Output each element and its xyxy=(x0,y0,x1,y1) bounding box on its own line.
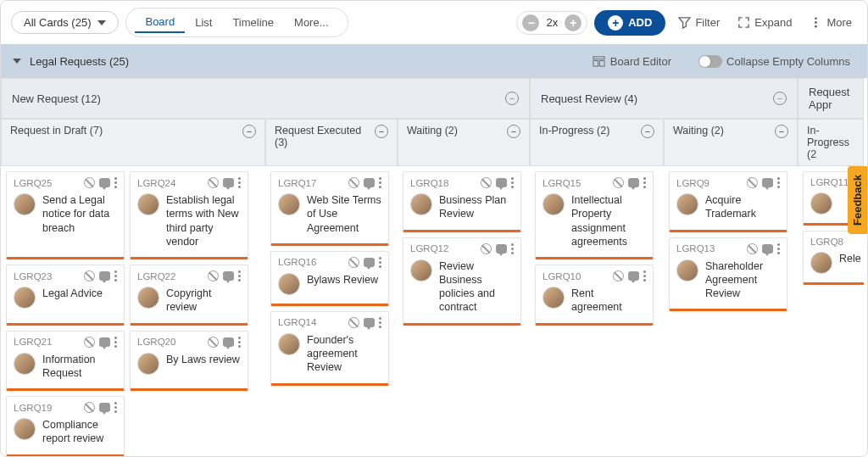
filter-dropdown[interactable]: All Cards (25) xyxy=(11,11,119,34)
card-menu-icon[interactable] xyxy=(379,317,381,328)
column-header[interactable]: In-Progress (2) − xyxy=(530,119,664,166)
comment-icon[interactable] xyxy=(364,178,375,187)
card[interactable]: LGRQ8 Rele safet xyxy=(803,231,864,285)
block-icon[interactable] xyxy=(208,270,219,281)
block-icon[interactable] xyxy=(208,337,219,348)
card[interactable]: LGRQ22 Copyright review xyxy=(130,265,248,326)
comment-icon[interactable] xyxy=(628,271,639,281)
card-menu-icon[interactable] xyxy=(511,243,514,254)
block-icon[interactable] xyxy=(348,317,359,328)
card[interactable]: LGRQ14 Founder's agreement Review xyxy=(270,311,389,386)
zoom-in-button[interactable]: + xyxy=(565,14,581,31)
filter-button[interactable]: Filter xyxy=(672,13,725,33)
tab-list[interactable]: List xyxy=(185,13,222,32)
collapse-column-icon[interactable]: − xyxy=(641,125,654,138)
board-editor-icon xyxy=(593,54,606,68)
card-menu-icon[interactable] xyxy=(777,243,780,254)
expand-button[interactable]: Expand xyxy=(732,13,797,33)
block-icon[interactable] xyxy=(208,177,219,188)
comment-icon[interactable] xyxy=(496,244,507,254)
comment-icon[interactable] xyxy=(628,178,639,187)
column-header[interactable]: Request Executed (3) − xyxy=(265,119,398,166)
block-icon[interactable] xyxy=(348,257,359,268)
comment-icon[interactable] xyxy=(99,337,110,347)
block-icon[interactable] xyxy=(613,270,624,281)
block-icon[interactable] xyxy=(348,177,359,188)
block-icon[interactable] xyxy=(84,402,95,413)
card[interactable]: LGRQ21 Information Request xyxy=(6,331,125,392)
card[interactable]: LGRQ24 Establish legal terms with New th… xyxy=(130,171,248,259)
parent-column[interactable]: New Request (12) − xyxy=(1,78,530,119)
card-menu-icon[interactable] xyxy=(777,177,780,188)
collapse-column-icon[interactable]: − xyxy=(242,125,256,138)
card-menu-icon[interactable] xyxy=(238,270,241,281)
parent-column[interactable]: Request Appr xyxy=(798,78,864,119)
card[interactable]: LGRQ12 Review Business policies and cont… xyxy=(403,237,521,326)
more-button[interactable]: More xyxy=(804,13,857,33)
comment-icon[interactable] xyxy=(223,271,234,281)
comment-icon[interactable] xyxy=(762,178,773,187)
collapse-column-icon[interactable]: − xyxy=(375,125,388,138)
cards-column: LGRQ17 Web Site Terms of Use Agreement L… xyxy=(265,166,398,391)
block-icon[interactable] xyxy=(747,243,758,254)
card[interactable]: LGRQ15 Intellectual Property assignment … xyxy=(535,171,654,259)
parent-column-label: Request Review (4) xyxy=(541,92,637,105)
collapse-column-icon[interactable]: − xyxy=(507,125,520,138)
collapse-empty-toggle[interactable]: Collapse Empty Columns xyxy=(693,52,855,71)
card[interactable]: LGRQ9 Acquire Trademark xyxy=(669,171,787,232)
block-icon[interactable] xyxy=(84,177,95,188)
card-menu-icon[interactable] xyxy=(114,177,117,188)
comment-icon[interactable] xyxy=(99,271,110,281)
block-icon[interactable] xyxy=(613,177,624,188)
card[interactable]: LGRQ13 Shareholder Agreement Review xyxy=(669,237,787,312)
collapse-column-icon[interactable]: − xyxy=(773,92,787,106)
card-menu-icon[interactable] xyxy=(238,177,241,188)
column-header[interactable]: Request in Draft (7) − xyxy=(1,119,265,166)
card-menu-icon[interactable] xyxy=(114,270,117,281)
card[interactable]: LGRQ10 Rent agreement xyxy=(535,265,654,326)
column-header[interactable]: In-Progress (2 xyxy=(798,119,864,166)
block-icon[interactable] xyxy=(84,270,95,281)
card[interactable]: LGRQ19 Compliance report review xyxy=(6,396,125,457)
comment-icon[interactable] xyxy=(364,258,375,267)
card-menu-icon[interactable] xyxy=(379,257,381,268)
block-icon[interactable] xyxy=(84,337,95,348)
parent-column[interactable]: Request Review (4) − xyxy=(530,78,798,119)
block-icon[interactable] xyxy=(481,243,492,254)
card-menu-icon[interactable] xyxy=(379,177,381,188)
comment-icon[interactable] xyxy=(762,244,773,254)
tab-timeline[interactable]: Timeline xyxy=(222,13,284,32)
zoom-out-button[interactable]: − xyxy=(522,14,539,31)
card[interactable]: LGRQ17 Web Site Terms of Use Agreement xyxy=(270,171,389,246)
add-button[interactable]: + ADD xyxy=(594,10,665,36)
comment-icon[interactable] xyxy=(364,318,375,327)
card[interactable]: LGRQ23 Legal Advice xyxy=(6,265,125,326)
card-title: Founder's agreement Review xyxy=(307,333,381,375)
comment-icon[interactable] xyxy=(99,178,110,187)
block-icon[interactable] xyxy=(481,177,492,188)
tab-more[interactable]: More... xyxy=(284,13,338,32)
comment-icon[interactable] xyxy=(496,178,507,187)
card-menu-icon[interactable] xyxy=(238,337,241,348)
card[interactable]: LGRQ16 Bylaws Review xyxy=(270,251,389,306)
collapse-column-icon[interactable]: − xyxy=(505,92,519,106)
comment-icon[interactable] xyxy=(223,178,234,187)
feedback-tab[interactable]: Feedback xyxy=(848,166,867,234)
card-menu-icon[interactable] xyxy=(643,270,646,281)
section-collapse-icon[interactable] xyxy=(13,59,21,64)
collapse-column-icon[interactable]: − xyxy=(775,125,788,138)
card-menu-icon[interactable] xyxy=(114,402,117,413)
block-icon[interactable] xyxy=(747,177,758,188)
card-menu-icon[interactable] xyxy=(114,337,117,348)
board-editor-button[interactable]: Board Editor xyxy=(587,51,676,71)
column-header[interactable]: Waiting (2) − xyxy=(664,119,798,166)
card[interactable]: LGRQ18 Business Plan Review xyxy=(403,171,521,232)
comment-icon[interactable] xyxy=(99,403,110,412)
card[interactable]: LGRQ25 Send a Legal notice for data brea… xyxy=(6,171,125,259)
card-menu-icon[interactable] xyxy=(511,177,514,188)
comment-icon[interactable] xyxy=(223,337,234,347)
card[interactable]: LGRQ20 By Laws review xyxy=(130,331,248,392)
card-menu-icon[interactable] xyxy=(643,177,646,188)
tab-board[interactable]: Board xyxy=(135,12,185,33)
column-header[interactable]: Waiting (2) − xyxy=(398,119,530,166)
